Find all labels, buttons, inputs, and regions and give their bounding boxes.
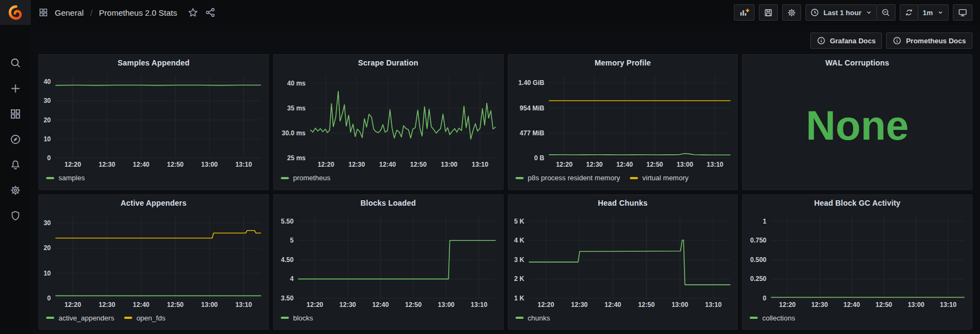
legend-item[interactable]: samples: [46, 174, 85, 182]
zoom-out-button[interactable]: [877, 4, 895, 21]
panel-title[interactable]: Head Chunks: [508, 195, 738, 211]
prometheus-docs-link[interactable]: Prometheus Docs: [886, 32, 972, 49]
refresh-button[interactable]: [900, 4, 918, 21]
sidebar-item-configuration[interactable]: [0, 185, 31, 196]
panel-head-block-gc-activity: Head Block GC Activity12:2012:3012:4012:…: [742, 194, 972, 330]
legend-item[interactable]: active_appenders: [46, 314, 114, 322]
svg-text:13:10: 13:10: [235, 161, 252, 168]
breadcrumb-folder[interactable]: General: [55, 8, 83, 17]
panel-scrape-duration: Scrape Duration12:2012:3012:4012:5013:00…: [273, 54, 504, 190]
svg-text:12:30: 12:30: [348, 161, 365, 168]
svg-text:4 K: 4 K: [514, 237, 524, 244]
save-dashboard-button[interactable]: [759, 4, 778, 21]
title-actions: [188, 8, 215, 17]
svg-text:0: 0: [763, 294, 767, 302]
grafana-logo[interactable]: [0, 0, 31, 25]
grafana-app: General / Prometheus 2.0 Stats: [0, 0, 980, 334]
svg-text:5.50: 5.50: [281, 217, 294, 225]
legend-item[interactable]: prometheus: [281, 174, 331, 182]
info-circle-icon: [893, 36, 901, 45]
svg-text:5: 5: [290, 237, 294, 244]
chart-canvas[interactable]: 12:2012:3012:4012:5013:0013:103.5044.505…: [274, 211, 503, 310]
svg-text:12:30: 12:30: [339, 301, 356, 309]
chart-canvas[interactable]: 12:2012:3012:4012:5013:0013:100 B477 MiB…: [508, 71, 738, 170]
svg-text:12:50: 12:50: [405, 301, 422, 309]
panel-title[interactable]: WAL Corruptions: [743, 55, 972, 71]
chart-area[interactable]: 12:2012:3012:4012:5013:0013:1000.2500.50…: [743, 211, 972, 310]
chart-canvas[interactable]: 12:2012:3012:4012:5013:0013:10010203040: [39, 71, 268, 170]
svg-text:13:00: 13:00: [908, 301, 925, 309]
chevron-down-icon: [866, 9, 872, 16]
dashboard-settings-button[interactable]: [782, 4, 801, 21]
legend-swatch: [515, 177, 524, 179]
svg-text:13:10: 13:10: [706, 161, 723, 168]
dashboard-grid: Samples Appended12:2012:3012:4012:5013:0…: [38, 54, 972, 330]
legend-item[interactable]: open_fds: [124, 314, 166, 322]
svg-text:12:40: 12:40: [133, 301, 150, 309]
doc-link-label: Prometheus Docs: [906, 37, 966, 45]
sidebar-item-dashboards[interactable]: [0, 108, 31, 120]
svg-text:40 ms: 40 ms: [287, 80, 306, 87]
chart-area[interactable]: 12:2012:3012:4012:5013:0013:100102030: [39, 211, 268, 310]
panel-title[interactable]: Samples Appended: [39, 55, 268, 71]
legend-swatch: [281, 177, 289, 179]
settings-gear-icon: [10, 185, 21, 196]
svg-text:13:10: 13:10: [470, 301, 487, 309]
svg-text:12:30: 12:30: [571, 301, 588, 309]
svg-text:12:40: 12:40: [843, 301, 860, 309]
panel-title[interactable]: Blocks Loaded: [274, 195, 503, 211]
legend-item[interactable]: virtual memory: [630, 174, 688, 182]
panel-head-chunks: Head Chunks12:2012:3012:4012:5013:0013:1…: [508, 194, 738, 330]
time-range-picker[interactable]: Last 1 hour: [805, 4, 877, 21]
sidebar-item-server-admin[interactable]: [0, 210, 31, 221]
legend-item[interactable]: p8s process resident memory: [515, 174, 621, 182]
sidebar-item-explore[interactable]: [0, 134, 31, 145]
add-panel-button[interactable]: [734, 4, 755, 21]
legend-item[interactable]: collections: [750, 314, 795, 322]
svg-text:4.50: 4.50: [281, 256, 294, 263]
svg-text:12:20: 12:20: [306, 301, 323, 309]
time-controls: Last 1 hour: [805, 4, 895, 21]
refresh-interval-picker[interactable]: 1m: [918, 4, 949, 21]
chart-canvas[interactable]: 12:2012:3012:4012:5013:0013:1000.2500.50…: [743, 211, 972, 310]
sidebar-item-alerting[interactable]: [0, 159, 31, 171]
svg-text:13:10: 13:10: [472, 161, 488, 168]
panel-title[interactable]: Head Block GC Activity: [743, 195, 972, 211]
clock-icon: [810, 8, 819, 17]
svg-text:10: 10: [43, 269, 51, 277]
tv-icon: [958, 8, 968, 17]
page-title[interactable]: Prometheus 2.0 Stats: [99, 8, 177, 17]
apps-grid-icon: [38, 8, 48, 17]
svg-text:13:00: 13:00: [441, 161, 457, 168]
dashboard-toolbar: Last 1 hour: [734, 4, 972, 21]
share-icon[interactable]: [205, 8, 215, 17]
search-icon: [10, 57, 21, 69]
panel-samples-appended: Samples Appended12:2012:3012:4012:5013:0…: [38, 54, 269, 190]
svg-text:4: 4: [290, 275, 294, 283]
svg-text:20: 20: [43, 244, 51, 252]
svg-text:12:20: 12:20: [65, 161, 81, 168]
chart-area[interactable]: 12:2012:3012:4012:5013:0013:101 K2 K3 K4…: [508, 211, 738, 310]
legend-item[interactable]: chunks: [515, 314, 550, 322]
chart-area[interactable]: 12:2012:3012:4012:5013:0013:10010203040: [39, 71, 268, 170]
chart-canvas[interactable]: 12:2012:3012:4012:5013:0013:100102030: [39, 211, 268, 310]
legend-item[interactable]: blocks: [281, 314, 313, 322]
chart-area[interactable]: 12:2012:3012:4012:5013:0013:100 B477 MiB…: [508, 71, 738, 170]
panel-title[interactable]: Scrape Duration: [274, 55, 503, 71]
svg-text:12:50: 12:50: [410, 161, 427, 168]
star-icon[interactable]: [188, 8, 198, 17]
grafana-docs-link[interactable]: Grafana Docs: [810, 32, 882, 49]
chart-area[interactable]: 12:2012:3012:4012:5013:0013:103.5044.505…: [274, 211, 503, 310]
sidebar-item-create[interactable]: [0, 83, 31, 94]
panel-title[interactable]: Memory Profile: [508, 55, 738, 71]
svg-text:1: 1: [763, 217, 767, 225]
server-admin-shield-icon: [10, 210, 21, 221]
chart-area[interactable]: 12:2012:3012:4012:5013:0013:1025 ms30.0 …: [274, 71, 503, 170]
panel-title[interactable]: Active Appenders: [39, 195, 268, 211]
sidebar-item-search[interactable]: [0, 57, 31, 69]
svg-text:0: 0: [47, 294, 51, 302]
svg-text:12:50: 12:50: [638, 301, 655, 309]
chart-canvas[interactable]: 12:2012:3012:4012:5013:0013:101 K2 K3 K4…: [508, 211, 738, 310]
chart-canvas[interactable]: 12:2012:3012:4012:5013:0013:1025 ms30.0 …: [274, 71, 503, 170]
tv-mode-button[interactable]: [953, 4, 972, 21]
